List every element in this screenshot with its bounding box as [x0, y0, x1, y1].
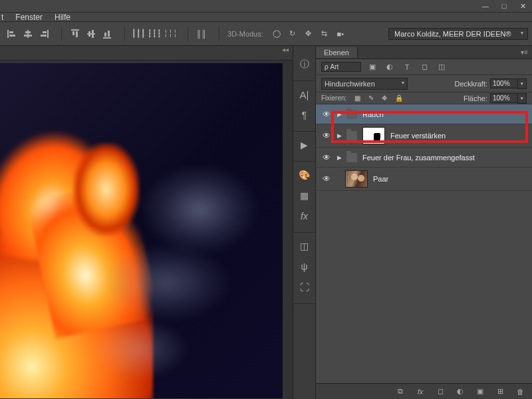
paragraph-icon[interactable]: ¶ — [297, 108, 312, 122]
align-middle-icon[interactable] — [84, 27, 98, 41]
menu-item-fenster[interactable]: Fenster — [15, 13, 43, 22]
panel-menu-icon[interactable]: ▾≡ — [521, 49, 528, 56]
separator — [61, 27, 62, 41]
new-adjustment-icon[interactable]: ◐ — [454, 386, 467, 398]
svg-rect-15 — [103, 37, 111, 39]
swatches-icon[interactable]: ▦ — [297, 188, 312, 203]
palette-icon[interactable]: 🎨 — [297, 168, 312, 182]
lock-row: Fixieren: ▦ ✎ ✥ 🔒 Fläche: 100% ▾ — [316, 92, 532, 104]
roll-3d-icon[interactable]: ↻ — [286, 27, 299, 41]
layer-row-feuer-der-frau[interactable]: 👁 ▶ Feuer der Frau, zusammengefasst — [316, 148, 532, 168]
layer-name[interactable]: Paar — [373, 175, 388, 183]
opacity-flyout-icon[interactable]: ▾ — [517, 78, 527, 89]
delete-layer-icon[interactable]: 🗑 — [513, 386, 527, 398]
document-tab-bar[interactable]: ◂◂ — [0, 46, 293, 61]
layer-name[interactable]: Feuer verstärken — [390, 132, 446, 140]
pan-3d-icon[interactable]: ✥ — [302, 27, 315, 41]
window-close-button[interactable] — [513, 1, 532, 12]
svg-rect-8 — [41, 35, 47, 37]
layer-row-rauch[interactable]: 👁 ▶ Rauch — [316, 104, 532, 124]
menu-item-truncated[interactable]: t — [1, 13, 3, 22]
filter-adjust-icon[interactable]: ◐ — [384, 61, 396, 73]
layers-panel: Ebenen ▾≡ ρ Art ▣ ◐ T ◻ ◫ Hindurchwirken… — [316, 46, 532, 399]
separator — [188, 27, 188, 41]
canvas-artwork — [140, 163, 259, 256]
tab-ebenen[interactable]: Ebenen — [316, 47, 358, 58]
window-maximize-button[interactable] — [495, 1, 513, 12]
filter-kind-dropdown[interactable]: ρ Art — [321, 62, 361, 72]
disclosure-icon[interactable]: ▶ — [337, 132, 345, 139]
visibility-eye-icon[interactable]: 👁 — [321, 153, 332, 162]
workspace-credit-dropdown[interactable]: Marco Kolditz, MEER DER IDEEN® — [388, 28, 528, 40]
layer-thumbnail[interactable] — [345, 170, 368, 188]
fill-input[interactable]: 100% — [490, 93, 518, 103]
slide-3d-icon[interactable]: ⇆ — [318, 27, 331, 41]
visibility-eye-icon[interactable]: 👁 — [321, 174, 332, 184]
play-icon[interactable]: ▶ — [297, 138, 312, 152]
layer-folder-icon — [346, 131, 357, 140]
fill-label: Fläche: — [464, 94, 487, 102]
lock-paint-icon[interactable]: ✎ — [368, 94, 374, 102]
layer-name[interactable]: Feuer der Frau, zusammengefasst — [362, 154, 475, 162]
zoom-3d-icon[interactable]: ■• — [334, 27, 347, 41]
collapsed-panel-dock: ⓘ A| ¶ ▶ 🎨 ▦ fx ◫ ψ ⛶ — [293, 46, 316, 399]
distribute-h3-icon[interactable]: ╎╎╎ — [164, 27, 177, 41]
lock-all-icon[interactable]: 🔒 — [395, 94, 403, 102]
filter-shape-icon[interactable]: ◻ — [418, 61, 430, 73]
new-group-icon[interactable]: ▣ — [473, 386, 487, 398]
collapse-icon[interactable]: ◂◂ — [282, 46, 289, 53]
character-icon[interactable]: A| — [297, 87, 312, 102]
layer-row-paar[interactable]: 👁 Paar — [316, 168, 532, 191]
add-mask-icon[interactable]: ◻ — [434, 386, 447, 398]
layer-name[interactable]: Rauch — [362, 110, 384, 118]
separator — [124, 27, 125, 41]
visibility-eye-icon[interactable]: 👁 — [321, 131, 332, 140]
align-left-icon[interactable] — [5, 27, 19, 41]
fill-flyout-icon[interactable]: ▾ — [517, 93, 527, 104]
svg-rect-9 — [71, 29, 79, 31]
canvas[interactable] — [0, 63, 283, 398]
svg-rect-16 — [104, 33, 106, 37]
separator — [219, 27, 219, 41]
layer-fx-icon[interactable]: fx — [414, 386, 427, 398]
canvas-artwork — [100, 243, 233, 323]
align-right-icon[interactable] — [37, 27, 51, 41]
distribute-v-icon[interactable]: ║║ — [195, 27, 208, 41]
options-bar: ┃┃┃ ┇┇┇ ╎╎╎ ║║ 3D-Modus: ◯ ↻ ✥ ⇆ ■• Marc… — [0, 22, 532, 46]
distribute-h2-icon[interactable]: ┇┇┇ — [148, 27, 161, 41]
window-minimize-button[interactable] — [476, 1, 495, 12]
svg-rect-12 — [87, 33, 95, 35]
distribute-h1-icon[interactable]: ┃┃┃ — [132, 27, 145, 41]
info-icon[interactable]: ⓘ — [297, 57, 312, 72]
layer-row-feuer-verstaerken[interactable]: 👁 ▶ Feuer verstärken — [316, 124, 532, 148]
filter-pixel-icon[interactable]: ▣ — [366, 61, 378, 73]
disclosure-icon[interactable]: ▶ — [337, 111, 345, 118]
orbit-3d-icon[interactable]: ◯ — [270, 27, 283, 41]
styles-icon[interactable]: fx — [297, 209, 312, 223]
align-bottom-icon[interactable] — [100, 27, 114, 41]
align-center-h-icon[interactable] — [21, 27, 35, 41]
lock-transparent-icon[interactable]: ▦ — [354, 94, 360, 102]
blend-mode-dropdown[interactable]: Hindurchwirken — [321, 78, 408, 90]
mode3d-label: 3D-Modus: — [227, 30, 263, 38]
brushes-icon[interactable]: ψ — [297, 259, 312, 274]
filter-type-icon[interactable]: T — [401, 61, 413, 73]
new-layer-icon[interactable]: ⊞ — [493, 386, 507, 398]
canvas-artwork — [73, 143, 140, 236]
brush-settings-icon[interactable]: ⛶ — [297, 280, 312, 295]
svg-rect-5 — [24, 35, 32, 37]
menu-item-hilfe[interactable]: Hilfe — [55, 13, 70, 22]
filter-smart-icon[interactable]: ◫ — [436, 61, 448, 73]
visibility-eye-icon[interactable]: 👁 — [321, 110, 332, 119]
layer-mask-thumbnail[interactable] — [362, 127, 385, 144]
opacity-input[interactable]: 100% — [490, 78, 518, 88]
align-top-icon[interactable] — [68, 27, 82, 41]
disclosure-icon[interactable]: ▶ — [337, 154, 345, 161]
lock-label: Fixieren: — [321, 94, 346, 102]
link-layers-icon[interactable]: ⧉ — [394, 386, 407, 398]
lock-position-icon[interactable]: ✥ — [382, 94, 387, 102]
svg-rect-13 — [88, 31, 90, 37]
layer-filter-bar: ρ Art ▣ ◐ T ◻ ◫ — [316, 59, 532, 75]
libraries-icon[interactable]: ◫ — [297, 239, 312, 253]
opacity-label: Deckkraft: — [454, 80, 487, 88]
